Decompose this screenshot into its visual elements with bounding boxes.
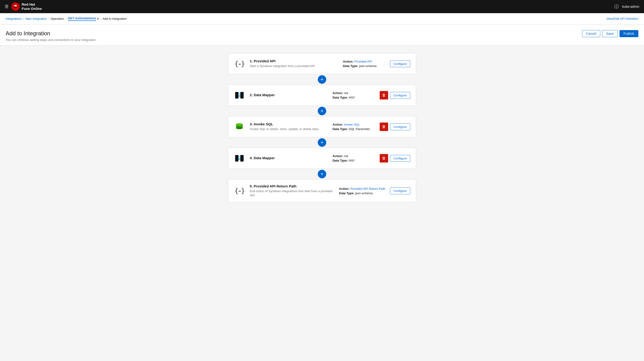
menu-icon[interactable]: ☰: [5, 4, 8, 9]
flow-connector-1: +: [228, 74, 416, 85]
svg-point-11: [236, 127, 243, 129]
datamapper-icon: [235, 90, 244, 100]
publish-button[interactable]: Publish: [620, 30, 638, 37]
datamapper-icon: [235, 154, 244, 163]
breadcrumb-get-section: GET /estimateitems ▾: [68, 16, 98, 21]
step-action-3: Action: Invoke SQL: [332, 123, 375, 126]
breadcrumb-sep-4: ›: [100, 17, 101, 20]
step-card-5: {-} 5. Provided API Return Path End acti…: [228, 179, 416, 203]
step-name-5: 5. Provided API Return Path: [250, 184, 334, 188]
page-title: Add to Integration: [6, 30, 96, 37]
step-name-4: 4. Data Mapper: [250, 156, 328, 160]
svg-rect-1: [235, 92, 238, 98]
add-step-after-2-button[interactable]: +: [318, 107, 326, 115]
step-action-4: Action: n/a: [332, 154, 375, 158]
help-icon[interactable]: ⓘ: [614, 4, 618, 9]
step-name-2: 2. Data Mapper: [250, 93, 328, 97]
breadcrumb-bar: Integrations › New integration › Operati…: [0, 13, 644, 24]
step-icon-1: {-}: [234, 58, 245, 69]
sql-icon: [235, 122, 244, 131]
step-info-4: 4. Data Mapper: [250, 156, 328, 161]
step-datatype-4: Data Type: ANY: [332, 159, 375, 162]
configure-step-1-button[interactable]: Configure: [390, 60, 410, 67]
step-meta-4: Action: n/a Data Type: ANY: [332, 154, 375, 162]
step-actions-5: Configure: [390, 187, 410, 194]
step-meta-1: Action: Provided API Data Type: json-sch…: [343, 60, 385, 68]
page-header: Add to Integration You can continue addi…: [0, 24, 644, 46]
step-datatype-1: Data Type: json-schema: [343, 64, 385, 68]
delete-step-4-button[interactable]: 🗑: [380, 154, 388, 162]
svg-point-0: [11, 2, 20, 11]
configure-step-4-button[interactable]: Configure: [390, 155, 410, 162]
svg-rect-15: [235, 155, 238, 162]
svg-rect-16: [240, 155, 244, 162]
curly-brace-icon: {-}: [234, 187, 244, 195]
step-action-2: Action: n/a: [332, 91, 375, 95]
step-card-3: 3. Invoke SQL Invoke SQL to obtain, stor…: [228, 116, 416, 137]
add-step-after-3-button[interactable]: +: [318, 138, 326, 147]
add-step-after-1-button[interactable]: +: [318, 75, 326, 84]
configure-step-5-button[interactable]: Configure: [390, 187, 410, 194]
flow-connector-3: +: [228, 137, 416, 148]
step-actions-1: Configure: [390, 60, 410, 67]
add-step-after-4-button[interactable]: +: [318, 170, 326, 178]
main-content: {-} 1. Provided API Start a Syndesis int…: [0, 46, 644, 361]
breadcrumb: Integrations › New integration › Operati…: [6, 16, 127, 21]
svg-rect-2: [240, 92, 244, 98]
step-icon-5: {-}: [234, 185, 245, 197]
step-desc-5: End action of Syndesis integrations that…: [250, 189, 334, 198]
step-meta-2: Action: n/a Data Type: ANY: [332, 91, 375, 99]
step-icon-4: [234, 153, 245, 164]
step-info-5: 5. Provided API Return Path End action o…: [250, 184, 334, 198]
curly-brace-icon: {-}: [234, 60, 244, 68]
step-actions-2: 🗑 Configure: [380, 91, 410, 99]
step-datatype-2: Data Type: ANY: [332, 96, 375, 99]
step-actions-3: 🗑 Configure: [380, 122, 410, 131]
breadcrumb-sep-3: ›: [66, 17, 66, 20]
step-card-2: 2. Data Mapper Action: n/a Data Type: AN…: [228, 85, 416, 106]
user-label: kube:admin: [622, 5, 639, 8]
step-desc-1: Start a Syndesis integration from a prov…: [250, 64, 338, 68]
flow-container: {-} 1. Provided API Start a Syndesis int…: [228, 53, 416, 203]
configure-step-2-button[interactable]: Configure: [390, 92, 410, 99]
svg-point-14: [237, 124, 242, 125]
step-name-3: 3. Invoke SQL: [250, 122, 328, 126]
brand-logo-area: Red Hat Fuse Online: [11, 2, 42, 11]
delete-step-3-button[interactable]: 🗑: [380, 122, 388, 131]
breadcrumb-sep-2: ›: [48, 17, 49, 20]
step-desc-3: Invoke SQL to obtain, store, update, or …: [250, 127, 328, 131]
view-edit-api-link[interactable]: View/Edit API Definition: [606, 17, 638, 20]
cancel-button[interactable]: Cancel: [582, 30, 600, 37]
flow-connector-4: +: [228, 169, 416, 179]
step-action-1: Action: Provided API: [343, 60, 385, 63]
step-info-1: 1. Provided API Start a Syndesis integra…: [250, 59, 338, 68]
brand-text: Red Hat Fuse Online: [22, 2, 42, 11]
breadcrumb-sep-1: ›: [23, 17, 24, 20]
step-card-1: {-} 1. Provided API Start a Syndesis int…: [228, 53, 416, 74]
page-title-section: Add to Integration You can continue addi…: [6, 30, 96, 42]
configure-step-3-button[interactable]: Configure: [390, 123, 410, 130]
redhat-logo: [11, 2, 20, 11]
breadcrumb-current: Add to Integration: [102, 17, 127, 20]
step-card-4: 4. Data Mapper Action: n/a Data Type: AN…: [228, 148, 416, 169]
step-icon-3: [234, 121, 245, 132]
step-icon-2: [234, 90, 245, 101]
save-button[interactable]: Save: [602, 30, 618, 37]
step-name-1: 1. Provided API: [250, 59, 338, 63]
step-actions-4: 🗑 Configure: [380, 154, 410, 162]
step-action-5: Action: Provided API Return Path: [339, 187, 385, 191]
step-info-3: 3. Invoke SQL Invoke SQL to obtain, stor…: [250, 122, 328, 131]
breadcrumb-integrations[interactable]: Integrations: [6, 17, 22, 20]
step-meta-5: Action: Provided API Return Path Data Ty…: [339, 187, 385, 195]
breadcrumb-operation: Operation: [50, 17, 64, 20]
page-actions: Cancel Save Publish: [582, 30, 638, 37]
step-meta-3: Action: Invoke SQL Data Type: SQL Parame…: [332, 123, 375, 131]
breadcrumb-dropdown-arrow-icon[interactable]: ▾: [97, 17, 98, 20]
breadcrumb-new-integration[interactable]: New integration: [26, 17, 46, 20]
delete-step-2-button[interactable]: 🗑: [380, 91, 388, 99]
top-navigation: ☰ Red Hat Fuse Online ⓘ kube:admin: [0, 0, 644, 13]
breadcrumb-get-badge[interactable]: GET /estimateitems: [68, 16, 96, 21]
step-datatype-5: Data Type: json-schema: [339, 191, 385, 195]
flow-connector-2: +: [228, 106, 416, 116]
page-subtitle: You can continue adding steps and connec…: [6, 38, 96, 42]
